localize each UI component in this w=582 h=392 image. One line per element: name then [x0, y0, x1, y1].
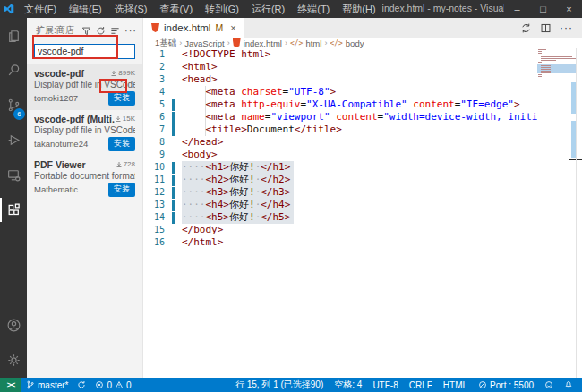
close-button[interactable]: ×: [556, 0, 582, 18]
extensions-panel: 扩展:商店 ··· vscode-pdf: [27, 18, 143, 378]
line-number: 1: [143, 48, 165, 61]
line-number: 13: [143, 199, 165, 211]
eol-sequence[interactable]: CRLF: [404, 378, 438, 392]
git-branch-item[interactable]: master*: [21, 378, 73, 392]
refresh-icon[interactable]: [96, 26, 106, 36]
menu-item[interactable]: 帮助(H): [336, 0, 381, 18]
line-number: 5: [143, 98, 165, 111]
editor-more-actions-icon[interactable]: ···: [560, 21, 573, 34]
install-button[interactable]: 安装: [108, 183, 135, 197]
extension-search-input[interactable]: [34, 44, 135, 59]
remote-indicator[interactable]: ><: [0, 378, 21, 392]
code-line[interactable]: 4 <meta charset="UTF-8">: [143, 86, 582, 98]
menu-item[interactable]: 文件(F): [18, 0, 63, 18]
tab-index-html[interactable]: index.html M ×: [143, 18, 244, 38]
extension-description: Portable document format (...: [34, 171, 135, 181]
notifications-button[interactable]: [559, 378, 578, 392]
sidebar-item-explorer[interactable]: [0, 18, 27, 53]
menu-item[interactable]: 查看(V): [153, 0, 199, 18]
filter-icon[interactable]: [81, 26, 91, 36]
code-line[interactable]: 9<body>: [143, 149, 582, 161]
cursor-position[interactable]: 行 15, 列 1 (已选择90): [230, 378, 329, 392]
live-server-port[interactable]: Port : 5500: [473, 378, 539, 392]
code-line[interactable]: 10····<h1>你好!·</h1>: [143, 161, 582, 174]
code-line[interactable]: 7 <title>Document</title>: [143, 124, 582, 136]
language-mode[interactable]: HTML: [438, 378, 473, 392]
scrollbar-divider: [576, 48, 577, 378]
extension-list-item[interactable]: vscode-pdf (Multi... 15K Display pdf fil…: [27, 110, 142, 156]
sidebar-item-remote-explorer[interactable]: [0, 158, 27, 192]
sync-button[interactable]: [73, 378, 90, 392]
extension-list-item[interactable]: PDF Viewer 728 Portable document format …: [27, 156, 142, 201]
code-line[interactable]: 12····<h3>你好!·</h3>: [143, 186, 582, 199]
install-button[interactable]: 安装: [108, 137, 135, 151]
extension-publisher: Mathematic: [34, 184, 108, 194]
editor-group: index.html M × ··· 1基础 › JavaScript › in…: [143, 18, 582, 378]
code-line[interactable]: 16</html>: [143, 236, 582, 249]
sidebar-item-extensions[interactable]: [0, 192, 27, 227]
breadcrumb-folder[interactable]: 1基础: [155, 38, 176, 49]
download-count-icon: [115, 115, 122, 123]
settings-button[interactable]: [0, 343, 27, 378]
menu-item[interactable]: 终端(T): [291, 0, 336, 18]
breadcrumb-file[interactable]: index.html: [244, 38, 282, 48]
encoding[interactable]: UTF-8: [367, 378, 403, 392]
open-changes-icon[interactable]: [520, 22, 532, 34]
menu-item[interactable]: 选择(S): [108, 0, 154, 18]
code-line[interactable]: 15</body>: [143, 224, 582, 236]
extension-downloads: 15K: [123, 115, 135, 123]
split-editor-icon[interactable]: [540, 22, 552, 34]
clear-search-icon[interactable]: [110, 26, 120, 36]
install-button[interactable]: 安装: [108, 91, 135, 106]
line-number: 6: [143, 111, 165, 124]
status-bar: >< master* 0 0 行 15, 列 1 (已选择90) 空格: 4 U…: [0, 378, 582, 392]
menu-item[interactable]: 编辑(E): [63, 0, 108, 18]
code-line[interactable]: 13····<h4>你好!·</h4>: [143, 199, 582, 211]
code-line[interactable]: 6 <meta name="viewport" content="width=d…: [143, 111, 582, 124]
breadcrumb-lang[interactable]: JavaScript: [184, 38, 224, 48]
remote-explorer-icon: [6, 167, 21, 183]
panel-title: 扩展:商店: [36, 24, 81, 37]
tab-close-icon[interactable]: ×: [230, 22, 235, 33]
extension-publisher: takanotume24: [34, 139, 108, 149]
extension-name: vscode-pdf: [34, 68, 110, 79]
sync-icon: [77, 380, 86, 389]
problems-item[interactable]: 0 0: [90, 378, 135, 392]
sidebar-item-search[interactable]: [0, 53, 27, 88]
extension-list: vscode-pdf 899K Display pdf file in VSCo…: [27, 64, 142, 379]
symbol-element-icon: </>: [330, 39, 342, 47]
tab-bar: index.html M × ···: [143, 18, 582, 38]
feedback-smiley-icon: [544, 380, 553, 389]
breadcrumb-node-body[interactable]: body: [346, 38, 364, 48]
menu-item[interactable]: 运行(R): [245, 0, 291, 18]
git-change-gutter: [172, 175, 175, 186]
download-count-icon: [116, 161, 123, 168]
code-editor[interactable]: 1<!DOCTYPE html>2<html>3<head>4 <meta ch…: [143, 48, 582, 378]
more-actions-icon[interactable]: ···: [124, 27, 137, 34]
minimize-button[interactable]: –: [504, 0, 530, 18]
branch-icon: [26, 380, 35, 389]
code-line[interactable]: 3<head>: [143, 73, 582, 86]
code-line[interactable]: 5 <meta http-equiv="X-UA-Compatible" con…: [143, 98, 582, 111]
code-line[interactable]: 11····<h2>你好!·</h2>: [143, 174, 582, 186]
title-bar: 文件(F)编辑(E)选择(S)查看(V)转到(G)运行(R)终端(T)帮助(H)…: [0, 0, 582, 18]
bell-icon: [564, 380, 573, 389]
code-line[interactable]: 8</head>: [143, 136, 582, 149]
gear-icon: [6, 353, 21, 368]
source-control-badge: 6: [13, 108, 25, 120]
menu-item[interactable]: 转到(G): [199, 0, 245, 18]
maximize-button[interactable]: □: [530, 0, 556, 18]
indentation[interactable]: 空格: 4: [329, 378, 367, 392]
accounts-button[interactable]: [0, 308, 27, 343]
sidebar-item-source-control[interactable]: 6: [0, 88, 27, 123]
feedback-button[interactable]: [539, 378, 559, 392]
code-line[interactable]: 1<!DOCTYPE html>: [143, 48, 582, 61]
breadcrumb-node-html[interactable]: html: [305, 38, 321, 48]
sidebar-item-run-debug[interactable]: [0, 123, 27, 158]
extension-list-item[interactable]: vscode-pdf 899K Display pdf file in VSCo…: [27, 64, 142, 110]
git-change-gutter: [172, 200, 175, 211]
line-number: 16: [143, 236, 165, 249]
code-line[interactable]: 14····<h5>你好!·</h5>: [143, 211, 582, 224]
code-line[interactable]: 2<html>: [143, 61, 582, 73]
code-lines: 1<!DOCTYPE html>2<html>3<head>4 <meta ch…: [143, 48, 582, 249]
